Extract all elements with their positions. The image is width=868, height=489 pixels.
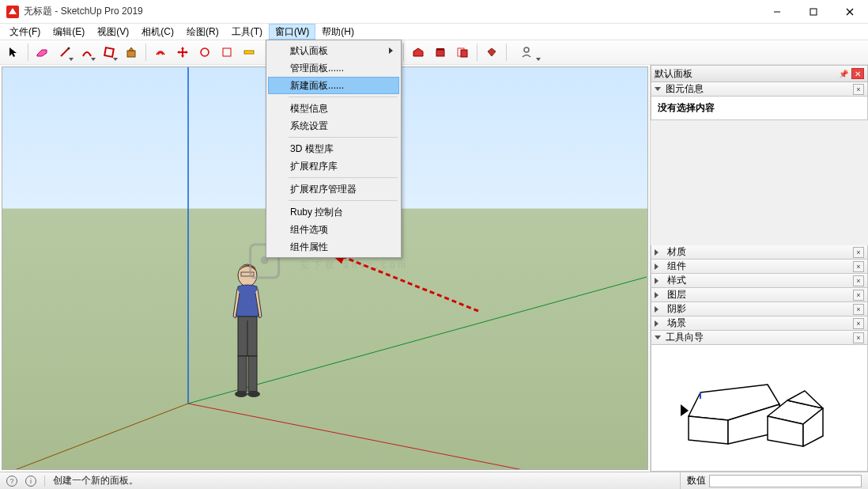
panel-section-header[interactable]: 样式× (651, 274, 868, 288)
svg-marker-5 (9, 47, 17, 57)
expand-icon (655, 249, 662, 256)
close-panel-button[interactable]: × (853, 84, 864, 95)
toolbar-separator (477, 44, 477, 61)
entity-info-text: 没有选择内容 (658, 102, 715, 113)
rotate-tool[interactable] (194, 42, 215, 63)
svg-line-7 (61, 48, 69, 56)
toolbar-separator (145, 44, 146, 61)
menu-item[interactable]: 扩展程序管理器 (268, 180, 399, 198)
section-label: 阴影 (667, 302, 853, 316)
close-panel-button[interactable]: × (853, 275, 864, 286)
menu-view[interactable]: 视图(V) (91, 24, 135, 40)
entity-info-header[interactable]: 图元信息 × (651, 82, 868, 97)
svg-rect-47 (238, 356, 247, 392)
close-button[interactable] (832, 0, 868, 23)
menu-item[interactable]: 组件选项 (268, 221, 399, 238)
menu-item[interactable]: 管理面板...... (268, 59, 399, 77)
panel-section-header[interactable]: 组件× (651, 260, 868, 274)
svg-rect-36 (461, 50, 467, 57)
panel-section-header[interactable]: 材质× (651, 245, 868, 260)
panel-spacer (651, 120, 868, 245)
menu-separator (289, 97, 398, 97)
offset-tool[interactable] (150, 42, 171, 63)
svg-line-40 (2, 404, 188, 469)
menu-file[interactable]: 文件(F) (3, 24, 47, 40)
expand-icon (655, 306, 662, 313)
menu-edit[interactable]: 编辑(E) (47, 24, 91, 40)
expand-icon (655, 278, 662, 284)
section-label: 材质 (667, 245, 853, 259)
svg-rect-34 (436, 48, 444, 50)
pin-icon[interactable]: 📌 (837, 68, 850, 79)
tray-title-label: 默认面板 (655, 67, 836, 81)
menu-item[interactable]: 系统设置 (268, 117, 399, 135)
svg-marker-15 (181, 55, 184, 58)
instructor-label: 工具向导 (666, 331, 853, 344)
close-tray-button[interactable]: ✕ (851, 68, 864, 79)
menu-separator (289, 177, 398, 178)
svg-marker-62 (681, 404, 689, 416)
close-panel-button[interactable]: × (853, 332, 864, 343)
ruby-tool[interactable] (481, 42, 502, 63)
scale-tool[interactable] (217, 42, 237, 63)
menu-window[interactable]: 窗口(W) (269, 24, 315, 40)
line-tool[interactable] (55, 42, 75, 63)
menu-help[interactable]: 帮助(H) (315, 24, 360, 40)
panel-section-header[interactable]: 图层× (651, 288, 868, 302)
svg-point-38 (524, 47, 529, 52)
svg-rect-9 (104, 47, 114, 57)
arc-tool[interactable] (77, 42, 97, 63)
menu-camera[interactable]: 相机(C) (135, 24, 180, 40)
close-panel-button[interactable]: × (853, 290, 864, 301)
section-label: 图层 (667, 288, 853, 301)
svg-rect-20 (244, 51, 254, 54)
tray-title[interactable]: 默认面板 📌 ✕ (651, 65, 868, 82)
measurement-field: 数值 (680, 472, 862, 489)
svg-marker-32 (413, 48, 423, 56)
measurement-input[interactable] (709, 475, 862, 487)
minimize-button[interactable] (759, 0, 795, 23)
main-area: 安下载 anxz.com 默认面板 📌 ✕ 图元信息 × 没有选择内容 材质×组… (0, 65, 868, 472)
scale-figure (224, 261, 287, 411)
info-icon[interactable]: i (25, 476, 36, 487)
statusbar: ? i 创建一个新的面板。 数值 (0, 472, 868, 489)
entity-info-body: 没有选择内容 (651, 97, 868, 120)
layout-tool[interactable] (452, 42, 473, 63)
maximize-button[interactable] (795, 0, 832, 23)
warehouse-tool[interactable] (408, 42, 428, 63)
menu-item[interactable]: 组件属性 (268, 238, 399, 256)
svg-marker-14 (181, 47, 184, 49)
instructor-header[interactable]: 工具向导 × (651, 331, 868, 345)
close-panel-button[interactable]: × (853, 247, 864, 258)
pushpull-tool[interactable] (121, 42, 142, 63)
select-tool[interactable] (3, 42, 24, 63)
window-menu-dropdown: 默认面板管理面板......新建面板......模型信息系统设置3D 模型库扩展… (266, 40, 402, 258)
close-panel-button[interactable]: × (853, 261, 864, 272)
panel-section-header[interactable]: 场景× (651, 317, 868, 331)
svg-rect-19 (223, 48, 231, 56)
help-icon[interactable]: ? (6, 476, 17, 487)
svg-rect-2 (810, 9, 817, 15)
close-panel-button[interactable]: × (853, 304, 864, 315)
toolbar: A (0, 40, 868, 65)
menu-draw[interactable]: 绘图(R) (180, 24, 225, 40)
svg-marker-56 (689, 416, 728, 444)
menu-item[interactable]: 默认面板 (268, 42, 399, 59)
svg-point-18 (201, 48, 209, 56)
user-account[interactable] (511, 42, 542, 63)
extension-warehouse-tool[interactable] (430, 42, 451, 63)
menu-item[interactable]: Ruby 控制台 (268, 203, 399, 221)
menu-item[interactable]: 模型信息 (268, 100, 399, 117)
tape-tool[interactable] (239, 42, 259, 63)
eraser-tool[interactable] (32, 42, 53, 63)
svg-line-42 (188, 404, 647, 469)
menu-tools[interactable]: 工具(T) (225, 24, 269, 40)
menu-item[interactable]: 3D 模型库 (268, 140, 399, 157)
shape-tool[interactable] (99, 42, 119, 63)
menu-item[interactable]: 新建面板...... (268, 77, 399, 94)
menubar: 文件(F) 编辑(E) 视图(V) 相机(C) 绘图(R) 工具(T) 窗口(W… (0, 24, 868, 40)
menu-item[interactable]: 扩展程序库 (268, 157, 399, 175)
move-tool[interactable] (172, 42, 193, 63)
panel-section-header[interactable]: 阴影× (651, 302, 868, 317)
close-panel-button[interactable]: × (853, 318, 864, 329)
